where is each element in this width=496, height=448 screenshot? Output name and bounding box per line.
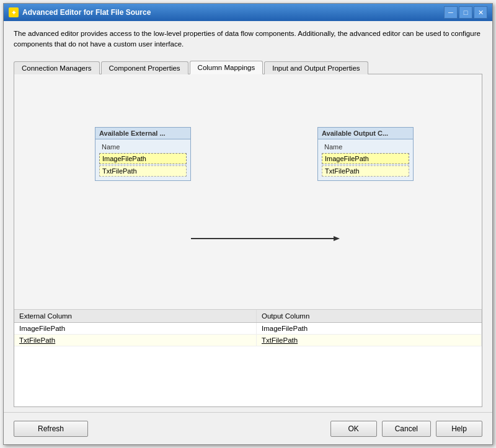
external-box-title: Available External ...: [95, 128, 190, 139]
ok-button[interactable]: OK: [330, 421, 377, 437]
col-header-output: Output Column: [257, 310, 482, 323]
tab-panel: Available External ... Name ImageFilePat…: [14, 74, 482, 408]
output-box-title: Available Output C...: [318, 128, 413, 139]
output-item-txtfilepath[interactable]: TxtFilePath: [322, 165, 409, 177]
tabs-container: Connection Managers Component Properties…: [4, 60, 492, 74]
maximize-button[interactable]: □: [459, 6, 472, 19]
help-button[interactable]: Help: [436, 421, 482, 437]
connector-svg: [14, 74, 482, 309]
available-external-box: Available External ... Name ImageFilePat…: [95, 127, 191, 181]
mapping-table-area: External Column Output Column ImageFileP…: [14, 310, 482, 407]
output-col-value: ImageFilePath: [257, 322, 482, 334]
title-bar: ✦ Advanced Editor for Flat File Source ─…: [4, 4, 492, 21]
description-text: The advanced editor provides access to t…: [14, 30, 480, 48]
mapping-table: External Column Output Column ImageFileP…: [14, 310, 482, 346]
tab-input-output-properties[interactable]: Input and Output Properties: [264, 61, 368, 74]
cancel-button[interactable]: Cancel: [382, 421, 431, 437]
window-icon: ✦: [9, 7, 19, 17]
output-box-body: Name ImageFilePath TxtFilePath: [318, 139, 413, 180]
footer-right: OK Cancel Help: [330, 421, 482, 437]
title-bar-controls: ─ □ ✕: [444, 6, 487, 19]
footer-left: Refresh: [14, 421, 326, 437]
description-area: The advanced editor provides access to t…: [4, 21, 492, 58]
tab-component-properties[interactable]: Component Properties: [101, 61, 188, 74]
table-row[interactable]: ImageFilePath ImageFilePath: [14, 322, 482, 334]
external-item-txtfilepath[interactable]: TxtFilePath: [99, 165, 187, 177]
tab-connection-managers[interactable]: Connection Managers: [14, 61, 100, 74]
external-item-imagefilepath[interactable]: ImageFilePath: [99, 153, 187, 164]
main-window: ✦ Advanced Editor for Flat File Source ─…: [3, 3, 493, 445]
svg-marker-1: [334, 236, 340, 241]
external-col-value: ImageFilePath: [14, 322, 257, 334]
output-item-imagefilepath[interactable]: ImageFilePath: [322, 153, 409, 164]
table-row[interactable]: TxtFilePath TxtFilePath: [14, 334, 482, 346]
refresh-button[interactable]: Refresh: [14, 421, 88, 437]
window-title: Advanced Editor for Flat File Source: [22, 8, 444, 17]
main-content: Available External ... Name ImageFilePat…: [4, 74, 492, 413]
external-col-value-underlined: TxtFilePath: [14, 334, 257, 346]
table-header-row: External Column Output Column: [14, 310, 482, 323]
tab-column-mappings[interactable]: Column Mappings: [190, 61, 264, 74]
external-box-body: Name ImageFilePath TxtFilePath: [95, 139, 190, 180]
diagram-area: Available External ... Name ImageFilePat…: [14, 74, 482, 310]
minimize-button[interactable]: ─: [444, 6, 458, 19]
footer: Refresh OK Cancel Help: [4, 412, 492, 444]
col-header-external: External Column: [14, 310, 257, 323]
output-header-name: Name: [322, 142, 409, 152]
available-output-box: Available Output C... Name ImageFilePath…: [317, 127, 414, 181]
external-header-name: Name: [99, 142, 187, 152]
diagram-inner: Available External ... Name ImageFilePat…: [14, 74, 482, 309]
output-col-value-underlined: TxtFilePath: [257, 334, 482, 346]
close-button[interactable]: ✕: [474, 6, 487, 19]
